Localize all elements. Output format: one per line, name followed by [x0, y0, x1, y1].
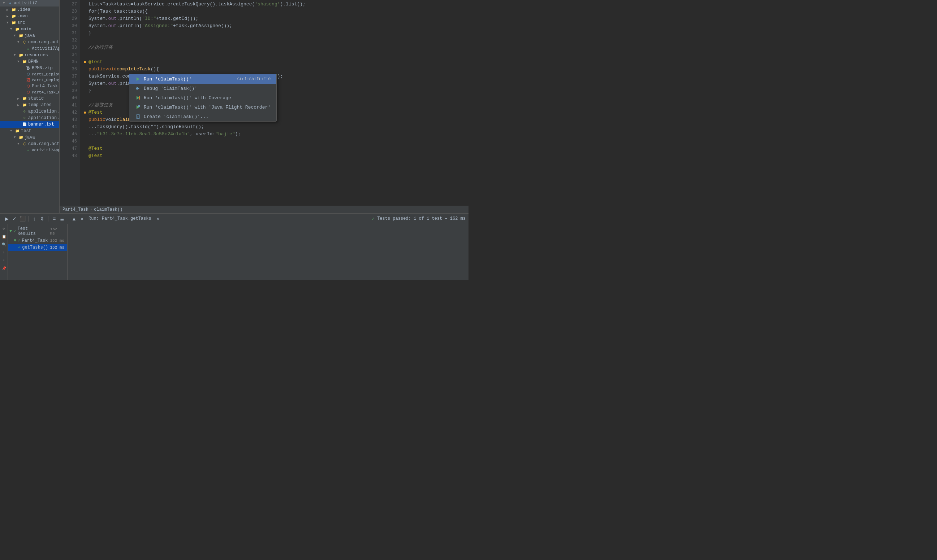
test-class-part4task[interactable]: ▼ ✓ Part4_Task 162 ms — [8, 237, 67, 244]
test-method-gettasks[interactable]: ✓ getTasks() 162 ms — [8, 244, 67, 251]
sidebar-item-label: main — [21, 27, 31, 32]
code-line-36: public void completeTask(){ — [83, 66, 468, 73]
run-button[interactable]: ▶ — [3, 215, 10, 222]
folder-icon: 📁 — [15, 129, 20, 133]
test-method-label: getTasks() — [22, 245, 48, 250]
strip-btn-3[interactable]: 🔍 — [1, 242, 7, 248]
line-num: 37 — [65, 73, 77, 80]
sidebar-item-part4-claim-bpmn[interactable]: ▶ ⬡ Part4_Task_Claim.bpm — [0, 89, 59, 95]
sidebar-item-label: templates — [28, 103, 52, 108]
collapse-button[interactable]: ≡ — [51, 215, 58, 222]
line-num: 42 — [65, 109, 77, 116]
line-num: 46 — [65, 138, 77, 145]
sort-duration-button[interactable]: ⇕ — [39, 215, 46, 222]
sidebar-item-part1-deploy-png[interactable]: ▶ 🖼 Part1_Deployment.pnc — [0, 77, 59, 83]
sidebar-item-mvn[interactable]: ▶ 📁 .mvn — [0, 13, 59, 20]
debug-icon — [135, 86, 141, 91]
sidebar-item-test-com[interactable]: ▼ ⬡ com.rang.activiti — [0, 141, 59, 147]
sidebar-item-part1-deploy-bpr[interactable]: ▶ ⬡ Part1_Deployment.bpr — [0, 71, 59, 77]
line-num: 39 — [65, 87, 77, 95]
strip-btn-4[interactable]: ⬆ — [1, 249, 7, 256]
close-run-button[interactable]: ✕ — [154, 215, 162, 222]
sidebar-item-templates[interactable]: ▶ 📁 templates — [0, 102, 59, 108]
expand-arrow: ▼ — [14, 136, 17, 139]
expand-arrow: ▼ — [17, 40, 21, 44]
strip-btn-5[interactable]: ⬇ — [1, 257, 7, 264]
test-status-text: Tests passed: 1 of 1 test – 162 ms — [377, 216, 466, 221]
sort-alpha-button[interactable]: ↕ — [31, 215, 38, 222]
sidebar-item-test-app[interactable]: ▶ ☕ Activiti7ApplicationTe — [0, 147, 59, 153]
expand-arrow: ▼ — [17, 60, 21, 63]
line-num: 34 — [65, 51, 77, 58]
breadcrumb-method[interactable]: claimTask() — [94, 207, 122, 212]
line-num: 33 — [65, 44, 77, 51]
zip-icon: 🗜 — [26, 66, 31, 70]
run-gutter-marker-42[interactable]: ● — [83, 109, 88, 116]
more-button[interactable]: » — [79, 215, 86, 222]
pass-icon: ▼ — [9, 229, 12, 234]
sidebar-item-label: Part4_Task.bpmn — [32, 84, 60, 89]
rerun-button[interactable]: ✓ — [11, 215, 18, 222]
test-results-root[interactable]: ▼ ✓ Test Results 162 ms — [8, 226, 67, 237]
sidebar-item-banner-txt[interactable]: ▶ 📄 banner.txt — [0, 121, 59, 128]
sidebar-item-bpmn-zip[interactable]: ▶ 🗜 BPMN.zip — [0, 65, 59, 71]
expand-arrow: ▼ — [3, 2, 6, 5]
sidebar-item-idea[interactable]: ▶ 📁 .idea — [0, 6, 59, 13]
panel-toolbar-left: ▶ ✓ ⬛ ↕ ⇕ ≡ ≣ ▲ » — [3, 215, 86, 222]
sidebar-item-part4-task-bpmn[interactable]: ▶ ⬡ Part4_Task.bpmn — [0, 83, 59, 89]
sidebar-item-bpmn-folder[interactable]: ▼ 📁 BPMN — [0, 58, 59, 65]
test-method-time: 162 ms — [50, 245, 66, 250]
run-config-name[interactable]: Part4_Task.getTasks — [102, 216, 151, 221]
expand-arrow: ▼ — [17, 142, 21, 146]
panel-content: ⚙ 📋 🔍 ⬆ ⬇ 📌 ▼ ✓ Test Results 162 ms ▼ ✓ — [0, 224, 468, 280]
svg-marker-0 — [137, 77, 139, 81]
sidebar-item-label: .mvn — [17, 14, 28, 19]
expand-arrow: ▶ — [17, 103, 21, 107]
line-num: 38 — [65, 80, 77, 87]
sidebar-item-activiti7app[interactable]: ▶ ☕ Activiti7Application — [0, 45, 59, 52]
sidebar-item-label: Activiti7Application — [32, 46, 60, 51]
sidebar-item-test-java[interactable]: ▼ 📁 java — [0, 134, 59, 141]
menu-item-label: Run 'claimTask()' with 'Java Flight Reco… — [144, 105, 270, 110]
sidebar-item-com-rang[interactable]: ▼ ⬡ com.rang.activiti — [0, 39, 59, 45]
breadcrumb-class[interactable]: Part4_Task — [62, 207, 88, 212]
stop-button[interactable]: ⬛ — [19, 215, 26, 222]
line-num: 28 — [65, 8, 77, 15]
sidebar-item-app-properties[interactable]: ▶ ⚙ application.properties — [0, 108, 59, 115]
run-gutter-marker-35[interactable]: ● — [83, 58, 88, 66]
strip-btn-2[interactable]: 📋 — [1, 234, 7, 240]
code-line-29: System.out.println("ID:"+task.getId()); — [83, 15, 468, 22]
pass-check: ✓ — [18, 245, 21, 250]
app-layout: ▼ ◈ activiti7 ▶ 📁 .idea ▶ 📁 .mvn ▼ 📁 src… — [0, 0, 468, 280]
sidebar-item-app-yml[interactable]: ▶ ⚙ application.yml — [0, 115, 59, 121]
folder-icon: 📁 — [11, 8, 16, 12]
menu-item-run-jfr[interactable]: Run 'claimTask()' with 'Java Flight Reco… — [129, 103, 276, 112]
sidebar-item-test[interactable]: ▼ 📁 test — [0, 128, 59, 134]
up-button[interactable]: ▲ — [71, 215, 78, 222]
sidebar-item-label: activiti7 — [14, 1, 37, 6]
sidebar-item-label: com.rang.activiti — [28, 142, 60, 146]
sidebar-item-label: java — [25, 135, 35, 140]
sidebar-item-java[interactable]: ▼ 📁 java — [0, 32, 59, 39]
expand-button[interactable]: ≣ — [59, 215, 66, 222]
sidebar-item-activiti7[interactable]: ▼ ◈ activiti7 — [0, 0, 59, 6]
java-file-icon: ☕ — [26, 46, 31, 51]
menu-item-run[interactable]: Run 'claimTask()' Ctrl+Shift+F10 — [129, 74, 276, 84]
strip-btn-6[interactable]: 📌 — [1, 265, 7, 272]
sidebar-item-main[interactable]: ▼ 📁 main — [0, 26, 59, 32]
sidebar-item-src[interactable]: ▼ 📁 src — [0, 20, 59, 26]
menu-item-run-coverage[interactable]: Run 'claimTask()' with Coverage — [129, 93, 276, 103]
test-output-area — [68, 224, 468, 280]
line-num: 47 — [65, 145, 77, 152]
menu-item-debug[interactable]: Debug 'claimTask()' — [129, 84, 276, 93]
line-num: 40 — [65, 95, 77, 102]
menu-item-create[interactable]: ▷ Create 'claimTask()'... — [129, 112, 276, 121]
folder-icon: 📁 — [22, 96, 27, 101]
line-numbers: 27 28 29 30 31 32 33 34 35 36 37 38 39 4… — [65, 0, 80, 206]
module-icon: ◈ — [8, 1, 12, 5]
folder-icon: 📁 — [22, 60, 27, 64]
strip-btn-1[interactable]: ⚙ — [1, 226, 7, 232]
code-line-35: ● @Test — [83, 58, 468, 66]
sidebar-item-static[interactable]: ▶ 📁 static — [0, 95, 59, 102]
sidebar-item-resources[interactable]: ▼ 📁 resources — [0, 52, 59, 58]
